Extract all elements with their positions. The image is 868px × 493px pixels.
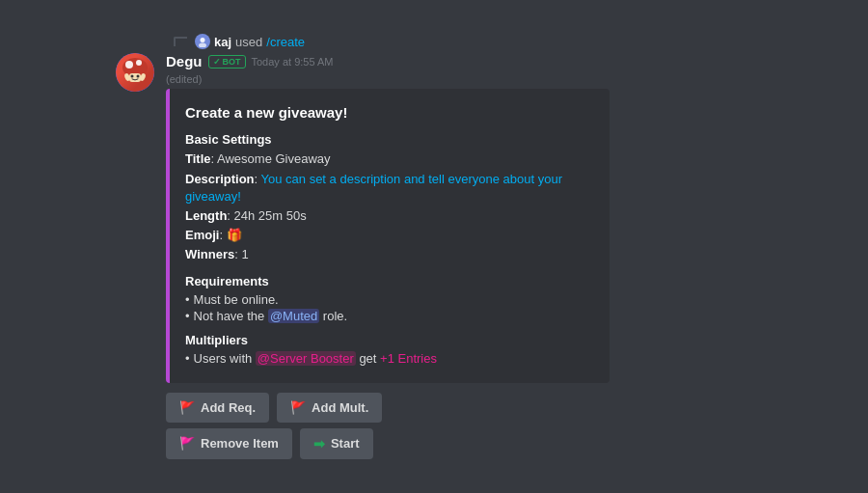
remove-item-icon: 🚩 [179,436,195,451]
buttons-row-1: 🚩 Add Req. 🚩 Add Mult. [166,393,752,423]
svg-point-8 [137,75,140,78]
muted-mention: @Muted [268,309,319,323]
svg-rect-6 [129,73,141,82]
slash-command-line: kaj used /create [116,34,752,49]
add-req-icon: 🚩 [179,400,195,415]
length-field: Length: 24h 25m 50s [185,207,594,225]
slash-username: kaj [214,35,231,49]
title-field: Title: Awesome Giveaway [185,151,594,168]
basic-settings-heading: Basic Settings [185,132,594,147]
multipliers-section: Multipliers • Users with @Server Booster… [185,333,594,366]
start-label: Start [331,436,360,451]
winners-value: 1 [241,247,248,261]
bot-name: Degu [166,53,203,69]
slash-line-connector [174,37,187,46]
start-button[interactable]: ➡ Start [300,428,373,459]
svg-point-7 [131,75,134,78]
multipliers-heading: Multipliers [185,333,594,347]
multiplier-item-1: • Users with @Server Booster get +1 Entr… [185,351,594,366]
requirement-item-1: • Must be online. [185,292,594,307]
remove-item-label: Remove Item [201,436,279,451]
svg-point-4 [125,61,133,68]
requirements-heading: Requirements [185,274,594,288]
add-mult-label: Add Mult. [312,400,368,415]
requirement-item-2: • Not have the @Muted role. [185,309,594,323]
avatar-image [116,53,154,92]
message-content: Degu ✓ BOT Today at 9:55 AM (edited) Cre… [166,53,752,458]
add-req-label: Add Req. [201,400,256,415]
avatar [116,53,154,92]
chat-area: kaj used /create [96,24,772,468]
emoji-field: Emoji: 🎁 [185,227,594,244]
message-row: Degu ✓ BOT Today at 9:55 AM (edited) Cre… [116,53,752,458]
message-timestamp: Today at 9:55 AM [252,56,334,68]
basic-settings-section: Basic Settings Title: Awesome Giveaway D… [185,132,594,263]
length-value: 24h 25m 50s [234,208,307,223]
multiplier-text-1: Users with @Server Booster get +1 Entrie… [194,351,437,366]
emoji-label: Emoji [185,228,219,242]
remove-item-button[interactable]: 🚩 Remove Item [166,428,292,459]
bot-label: BOT [223,57,241,67]
emoji-value: 🎁 [227,228,242,242]
slash-action: used [235,35,262,49]
length-label: Length [185,208,227,223]
entries-highlight: +1 Entries [380,351,437,366]
add-req-button[interactable]: 🚩 Add Req. [166,393,269,423]
winners-label: Winners [185,247,234,261]
embed-title: Create a new giveaway! [185,104,594,121]
requirement-text-1: Must be online. [194,292,279,307]
requirement-text-2: Not have the @Muted role. [194,309,348,323]
description-field: Description: You can set a description a… [185,171,594,205]
description-label: Description [185,172,255,186]
bot-verified-badge: ✓ BOT [208,55,246,68]
slash-user-info: kaj used /create [195,34,305,49]
start-icon: ➡ [313,436,325,452]
checkmark-icon: ✓ [213,57,221,67]
edited-tag: (edited) [166,73,752,85]
title-label: Title [185,151,211,166]
winners-field: Winners: 1 [185,246,594,263]
title-value: Awesome Giveaway [217,151,331,166]
buttons-row-2: 🚩 Remove Item ➡ Start [166,428,752,459]
bullet-icon-3: • [185,351,190,366]
bullet-icon-2: • [185,309,190,323]
add-mult-button[interactable]: 🚩 Add Mult. [277,393,382,423]
message-header: Degu ✓ BOT Today at 9:55 AM [166,53,752,69]
server-booster-mention: @Server Booster [256,351,356,366]
add-mult-icon: 🚩 [290,400,306,415]
slash-user-avatar [195,34,210,49]
svg-point-1 [201,38,205,42]
embed-card: Create a new giveaway! Basic Settings Ti… [166,89,610,382]
svg-point-5 [136,60,142,66]
requirements-section: Requirements • Must be online. • Not hav… [185,274,594,323]
slash-command-name: /create [266,35,305,49]
bullet-icon-1: • [185,292,190,307]
